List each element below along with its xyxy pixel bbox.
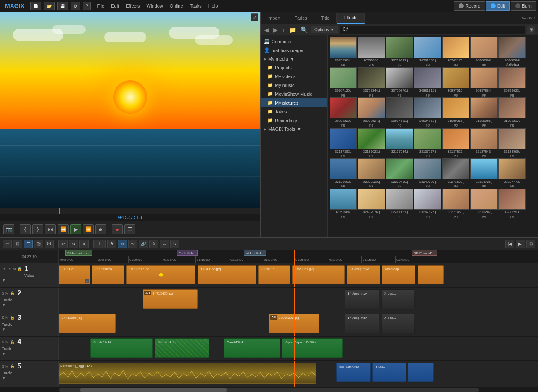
tl-link-btn[interactable]: 🔗: [139, 240, 148, 248]
back-button[interactable]: ◀: [263, 26, 270, 33]
audio-clip-1[interactable]: Demosong_ogg.HDR: [59, 363, 316, 384]
mode-edit-button[interactable]: Edit: [486, 1, 510, 11]
file-32229418[interactable]: 32229418.jpg: [386, 158, 413, 188]
track-1-clip-7[interactable]: 14 Jeep.mxv: [347, 265, 380, 284]
menu-button[interactable]: ☰: [124, 224, 135, 234]
tl-storyboard-btn[interactable]: 🎬: [34, 240, 43, 248]
track-4-clip-1[interactable]: Sand-Effekt ...: [90, 338, 153, 358]
tree-movieshowmusic[interactable]: 📁 MovieShow Music: [261, 89, 327, 98]
track-2-expand-button[interactable]: ▼: [2, 303, 6, 307]
file-30766598matty[interactable]: 30766598Matty.jpg: [498, 37, 526, 66]
tl-undo-btn[interactable]: ↩: [58, 240, 68, 248]
tl-next-marker-btn[interactable]: ▶|: [516, 240, 525, 248]
track-3-clip-1[interactable]: 34713080.jpg: [59, 314, 116, 333]
rewind-button[interactable]: ⏪: [58, 224, 69, 234]
track-1-clip-8[interactable]: Arti cropp...: [382, 265, 415, 284]
menu-effects[interactable]: Effects: [122, 2, 143, 10]
file-31089315[interactable]: 31089315.jpg: [442, 97, 469, 127]
tree-mymusic[interactable]: 📁 My music: [261, 81, 327, 89]
track-3-m-button[interactable]: M: [5, 316, 9, 320]
mode-burn-button[interactable]: Burn: [511, 1, 536, 11]
file-32461121[interactable]: 32461121.jpg: [386, 189, 413, 218]
tl-zoom-fit-btn[interactable]: ⊞: [526, 240, 535, 248]
track-4-lock-icon[interactable]: 🔒: [10, 340, 15, 344]
track-1-clip-5[interactable]: 3076115...: [258, 265, 290, 284]
track-3-clip-4[interactable]: X-pos...: [381, 314, 415, 333]
file-33273298[interactable]: 33273298.jpg: [498, 189, 526, 218]
track-1-clip-1[interactable]: 3109021... ▼: [59, 265, 90, 284]
forward-button[interactable]: ▶: [272, 26, 279, 33]
file-30755504[interactable]: 30755504.jpg: [330, 37, 357, 66]
track-5-m-button[interactable]: M: [5, 364, 9, 368]
tree-projects[interactable]: 📁 Projects: [261, 63, 327, 72]
up-button[interactable]: ↑: [281, 26, 286, 33]
file-32137392[interactable]: 32137392.jpg: [330, 128, 357, 158]
file-30881915[interactable]: 30881915.jpg: [414, 67, 441, 97]
tl-magnet-btn[interactable]: ✎: [149, 240, 158, 248]
search-button[interactable]: 🔍: [299, 26, 309, 33]
tl-filmstrip-btn[interactable]: 🎞: [45, 240, 54, 248]
track-4-expand-button[interactable]: ▼: [2, 351, 6, 356]
play-button[interactable]: ▶: [70, 224, 81, 234]
track-1-content[interactable]: 3109021... ▼ 26 Stabiliza... 19192517.jp…: [59, 263, 538, 287]
menu-online[interactable]: Online: [166, 2, 187, 10]
tl-prev-marker-btn[interactable]: |◀: [505, 240, 514, 248]
file-31089985[interactable]: 31089985.jpg: [470, 97, 498, 127]
track-2-content[interactable]: AB 34713420.jpg 14 Jeep.mxv X-pos...: [59, 288, 538, 312]
file-30897884[interactable]: 30897884.jpg: [470, 67, 498, 97]
file-32137634[interactable]: 32137634.jpg: [386, 128, 413, 158]
snapshot-button[interactable]: 📷: [3, 224, 14, 234]
view-toggle-button[interactable]: ⊞: [527, 26, 535, 34]
file-30770876[interactable]: 30770876.jpg: [386, 67, 413, 97]
track-2-clip-1[interactable]: AB 34713420.jpg: [143, 289, 198, 309]
tl-redo-btn[interactable]: ↪: [69, 240, 78, 248]
tab-title[interactable]: Title: [314, 13, 337, 23]
new-button[interactable]: 📄: [30, 2, 41, 10]
tl-multi-track-btn[interactable]: ⊟: [13, 240, 22, 248]
file-32137821[interactable]: 32137821.jpg: [442, 128, 469, 158]
folder-button[interactable]: 📁: [288, 26, 298, 33]
fast-forward-button[interactable]: ⏩: [83, 224, 94, 234]
menu-file[interactable]: File: [93, 2, 108, 10]
tree-mymedia[interactable]: ▶ My media ▼: [261, 55, 327, 63]
open-button[interactable]: 📂: [44, 2, 55, 10]
prev-frame-button[interactable]: ⏮: [45, 224, 56, 234]
tl-marker-btn[interactable]: ⚑: [107, 240, 116, 248]
tl-curve-btn[interactable]: 〜: [128, 240, 137, 248]
file-30897510[interactable]: 30897510.jpg: [442, 67, 469, 97]
preview-resize-button[interactable]: ⤢: [251, 13, 258, 21]
menu-window[interactable]: Window: [143, 2, 166, 10]
mark-in-button[interactable]: {: [20, 224, 31, 234]
tree-computer[interactable]: 💻 Computer: [261, 37, 327, 46]
mark-out-button[interactable]: }: [32, 224, 43, 234]
track-5-expand-button[interactable]: ▼: [2, 376, 6, 380]
h-scrollbar-thumb[interactable]: [80, 388, 227, 392]
tl-delete-btn[interactable]: ✕: [79, 240, 89, 248]
track-5-clip-4[interactable]: [408, 363, 434, 382]
track-3-lock-icon[interactable]: 🔒: [10, 316, 15, 320]
settings-button[interactable]: ⚙: [71, 2, 80, 10]
file-30902229[interactable]: 30902229.jpg: [330, 97, 357, 127]
file-33271450[interactable]: 33271450.jpg: [442, 189, 469, 218]
track-2-clip-3[interactable]: X-pos...: [381, 289, 415, 309]
tree-magixtools[interactable]: ▶ MAGIX Tools ▼: [261, 125, 327, 133]
file-32337772[interactable]: 32337772.jpg: [498, 158, 526, 188]
tree-user[interactable]: 👤 matthias.rueger: [261, 46, 327, 55]
track-5-content[interactable]: Demosong_ogg.HDR title_back.tga Y-pos...: [59, 361, 538, 387]
tree-takes[interactable]: 📁 Takes: [261, 107, 327, 116]
tab-import[interactable]: Import: [261, 13, 287, 23]
track-1-clip-6[interactable]: 1928861.jpg: [292, 265, 345, 284]
track-1-expand-button[interactable]: ▼: [2, 278, 6, 282]
file-30759422[interactable]: 30759422.jpg: [386, 37, 413, 66]
track-1-clip-2[interactable]: 26 Stabiliza...: [92, 265, 124, 284]
file-32334725[interactable]: 32334725.jpg: [470, 158, 498, 188]
track-4-s-button[interactable]: S: [2, 340, 4, 344]
track-2-s-button[interactable]: S: [2, 291, 4, 295]
menu-edit[interactable]: Edit: [108, 2, 122, 10]
track-1-add-button[interactable]: +: [2, 267, 8, 271]
tree-mypictures[interactable]: 📁 My pictures: [261, 98, 327, 107]
track-2-m-button[interactable]: M: [5, 291, 9, 295]
file-30904869[interactable]: 30904869.jpg: [414, 97, 441, 127]
track-5-s-button[interactable]: S: [2, 364, 4, 368]
tab-effects[interactable]: Effects: [337, 13, 364, 24]
